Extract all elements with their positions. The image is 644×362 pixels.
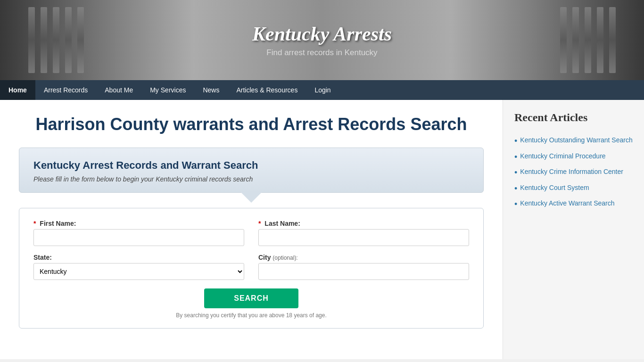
nav-news[interactable]: News: [194, 80, 228, 100]
last-name-required-star: *: [258, 220, 261, 227]
city-label: City (optional):: [258, 254, 469, 261]
header-bars-right: [521, 0, 616, 80]
location-row: State: Kentucky Alabama Alaska Arizona A…: [33, 254, 469, 280]
first-name-required-star: *: [33, 220, 36, 227]
last-name-label: * Last Name:: [258, 220, 469, 227]
site-subtitle: Find arrest records in Kentucky: [252, 48, 392, 58]
first-name-group: * First Name:: [33, 220, 244, 246]
article-link-1[interactable]: Kentucky Criminal Procedure: [520, 152, 605, 160]
search-card: Kentucky Arrest Records and Warrant Sear…: [19, 148, 484, 193]
site-title: Kentucky Arrests: [252, 23, 392, 45]
article-link-3[interactable]: Kentucky Court System: [520, 184, 589, 191]
last-name-input[interactable]: [258, 229, 469, 246]
header-text: Kentucky Arrests Find arrest records in …: [252, 23, 392, 58]
last-name-group: * Last Name:: [258, 220, 469, 246]
form-disclaimer: By searching you certify that you are ab…: [33, 312, 469, 319]
search-card-subtitle: Please fill in the form below to begin y…: [33, 175, 469, 183]
list-item: Kentucky Active Warrant Search: [514, 197, 633, 213]
nav-arrest-records[interactable]: Arrest Records: [35, 80, 96, 100]
main-nav: Home Arrest Records About Me My Services…: [0, 80, 644, 100]
recent-articles-list: Kentucky Outstanding Warrant Search Kent…: [514, 133, 633, 213]
nav-about-me[interactable]: About Me: [96, 80, 141, 100]
list-item: Kentucky Outstanding Warrant Search: [514, 133, 633, 149]
main-layout: Harrison County warrants and Arrest Reco…: [0, 100, 644, 359]
state-label: State:: [33, 254, 244, 261]
nav-articles[interactable]: Articles & Resources: [228, 80, 306, 100]
article-link-4[interactable]: Kentucky Active Warrant Search: [520, 199, 614, 207]
sidebar: Recent Articles Kentucky Outstanding War…: [503, 100, 644, 359]
state-group: State: Kentucky Alabama Alaska Arizona A…: [33, 254, 244, 280]
list-item: Kentucky Crime Information Center: [514, 165, 633, 181]
city-group: City (optional):: [258, 254, 469, 280]
first-name-label: * First Name:: [33, 220, 244, 227]
main-content: Harrison County warrants and Arrest Reco…: [0, 100, 503, 359]
list-item: Kentucky Court System: [514, 181, 633, 197]
nav-my-services[interactable]: My Services: [141, 80, 194, 100]
list-item: Kentucky Criminal Procedure: [514, 149, 633, 165]
name-row: * First Name: * Last Name:: [33, 220, 469, 246]
article-link-2[interactable]: Kentucky Crime Information Center: [520, 168, 623, 175]
site-header: Kentucky Arrests Find arrest records in …: [0, 0, 644, 80]
search-card-title: Kentucky Arrest Records and Warrant Sear…: [33, 159, 469, 172]
page-title: Harrison County warrants and Arrest Reco…: [19, 114, 484, 134]
city-input[interactable]: [258, 263, 469, 280]
nav-login[interactable]: Login: [306, 80, 339, 100]
nav-home[interactable]: Home: [0, 80, 35, 100]
article-link-0[interactable]: Kentucky Outstanding Warrant Search: [520, 136, 632, 144]
state-select[interactable]: Kentucky Alabama Alaska Arizona Arkansas…: [33, 263, 244, 280]
first-name-input[interactable]: [33, 229, 244, 246]
sidebar-title: Recent Articles: [514, 111, 633, 124]
city-optional-label: (optional):: [272, 255, 297, 261]
search-button[interactable]: SEARCH: [204, 288, 298, 308]
header-bars-left: [28, 0, 123, 80]
search-form-container: * First Name: * Last Name: State:: [19, 208, 484, 329]
